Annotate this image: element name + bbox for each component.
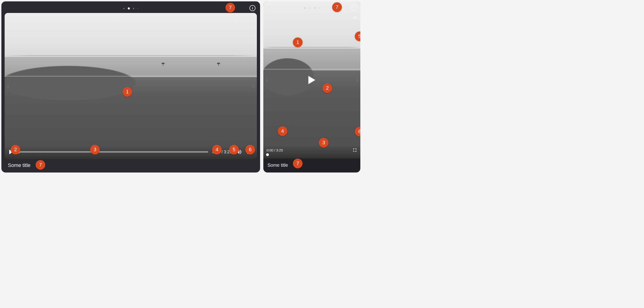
pager-dot[interactable] [304, 8, 306, 9]
pager-dot[interactable] [123, 8, 124, 9]
chevron-left-icon: ‹ [7, 82, 9, 90]
title-row: Some title [263, 158, 360, 172]
play-icon [308, 76, 315, 84]
annotation-badge: 2 [322, 83, 332, 93]
info-icon: i [252, 6, 253, 10]
pager-dot-active[interactable] [128, 8, 130, 10]
pager-dot[interactable] [318, 8, 319, 8]
prev-button[interactable]: ‹ [266, 76, 268, 84]
video-frame-illustration [4, 13, 257, 159]
annotation-badge: 7 [332, 2, 342, 12]
pager-dots[interactable] [123, 8, 138, 10]
info-icon: i [354, 6, 354, 10]
annotation-badge: 3 [90, 145, 100, 154]
next-button[interactable]: › [252, 82, 254, 90]
annotation-badge: 4 [278, 126, 287, 136]
volume-button[interactable] [352, 15, 357, 20]
chevron-right-icon: › [356, 76, 358, 84]
info-button[interactable]: i [351, 5, 357, 11]
annotation-badge: 1 [293, 38, 302, 47]
video-player-desktop: i ‹ › 0:00 / 3:25 [2, 2, 260, 172]
fullscreen-button[interactable] [352, 148, 357, 152]
annotation-badge: 1 [122, 87, 132, 97]
play-button[interactable] [308, 76, 315, 84]
fullscreen-icon [352, 148, 357, 152]
annotation-badge: 4 [212, 145, 222, 154]
next-button[interactable]: › [356, 76, 358, 84]
time-display: 0:00 / 3:25 [266, 148, 283, 152]
seek-bar[interactable] [17, 151, 208, 153]
volume-icon [352, 15, 357, 20]
controls-bar: 0:00 / 3:25 [263, 145, 360, 158]
prev-button[interactable]: ‹ [7, 82, 9, 90]
annotation-badge: 5 [229, 145, 239, 154]
video-area[interactable]: ‹ › 0:00 / 3:25 1 2 3 4 [4, 13, 257, 159]
pager-dot[interactable] [138, 8, 138, 9]
annotation-badge: 7 [36, 160, 45, 170]
pager-dots[interactable] [304, 7, 319, 9]
annotation-badge: 7 [226, 3, 235, 13]
pager-dot[interactable] [314, 8, 315, 9]
top-bar: i [4, 5, 257, 12]
chevron-right-icon: › [252, 82, 254, 90]
media-title: Some title [268, 163, 288, 168]
annotation-badge: 2 [11, 145, 20, 154]
annotation-badge: 7 [293, 159, 302, 168]
annotation-badge: 3 [319, 138, 328, 148]
pager-dot[interactable] [133, 8, 134, 9]
chevron-left-icon: ‹ [266, 76, 268, 84]
video-player-mobile: i ‹ › 0:00 / 3:25 [263, 2, 360, 172]
annotation-badge: 6 [245, 145, 255, 154]
pager-dot-active[interactable] [309, 7, 311, 9]
video-area[interactable]: ‹ › 0:00 / 3:25 [263, 2, 360, 158]
info-button[interactable]: i [250, 5, 256, 11]
top-bar: i [263, 2, 360, 14]
seek-thumb[interactable] [266, 153, 269, 156]
media-title: Some title [8, 162, 30, 168]
